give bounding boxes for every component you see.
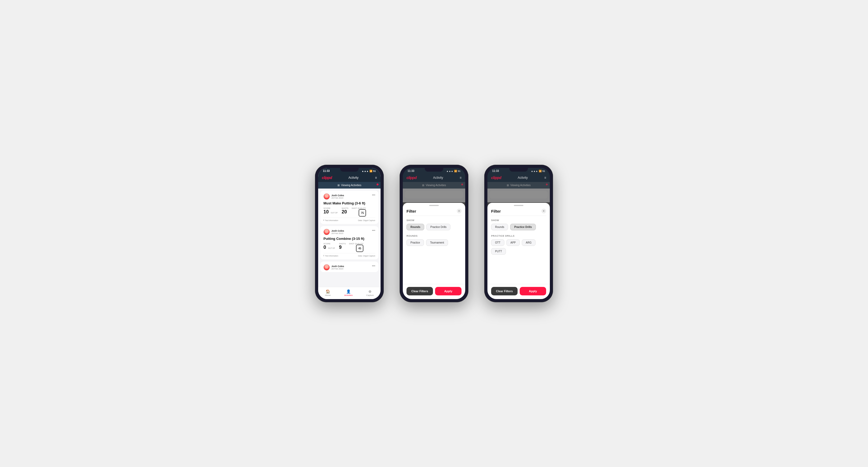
- apply-btn-2[interactable]: Apply: [435, 287, 462, 295]
- menu-icon-3[interactable]: ≡: [544, 176, 546, 180]
- avatar-img-2: [324, 229, 330, 235]
- shots-value-1: 20: [342, 209, 347, 214]
- show-practice-btn-2[interactable]: Practice Drills: [426, 224, 451, 230]
- nav-activities[interactable]: 👤 Activities: [344, 289, 353, 297]
- arg-btn-3[interactable]: ARG: [522, 239, 535, 246]
- card-1-header: Josh Coles 28 Feb 2023 •••: [323, 193, 375, 200]
- score-label-2: Score: [323, 243, 336, 245]
- viewing-banner-2: ⊞ Viewing Activities: [403, 182, 465, 189]
- user-info-1: Josh Coles 28 Feb 2023: [323, 193, 344, 200]
- filter-close-2[interactable]: ✕: [457, 209, 462, 213]
- scene: 11:33 ▲▲▲ 📶 51 clippd Activity ≡ ⊞ Viewi…: [299, 149, 569, 318]
- sheet-header-2: Filter ✕: [403, 206, 465, 216]
- time-1: 11:33: [323, 169, 330, 173]
- wifi-icon: 📶: [369, 170, 372, 173]
- filter-body-2: Show Rounds Practice Drills Rounds Pract…: [403, 216, 465, 284]
- filter-icon-2: ⊞: [422, 184, 424, 187]
- phone-1: 11:33 ▲▲▲ 📶 51 clippd Activity ≡ ⊞ Viewi…: [315, 165, 384, 302]
- nav-capture-label: Capture: [366, 294, 374, 297]
- filter-title-2: Filter: [406, 209, 416, 213]
- notification-dot-2: [461, 184, 463, 185]
- stats-row-2: Score 0 OUT OF Shots 9 Shot Quality 45: [323, 243, 375, 252]
- status-icons-1: ▲▲▲ 📶 51: [362, 170, 376, 173]
- show-rounds-btn-2[interactable]: Rounds: [406, 224, 424, 230]
- show-rounds-btn-3[interactable]: Rounds: [491, 224, 508, 230]
- practice-round-btn-2[interactable]: Practice: [406, 239, 424, 246]
- more-menu-1[interactable]: •••: [372, 193, 375, 197]
- show-label-2: Show: [406, 219, 462, 222]
- app-header-3: clippd Activity ≡: [488, 174, 550, 182]
- status-icons-3: ▲▲▲ 📶 51: [531, 170, 545, 173]
- avatar-3: [323, 264, 330, 271]
- behind-filter-3: [488, 189, 550, 202]
- signal-icon-2: ▲▲▲: [446, 170, 453, 173]
- user-details-2: Josh Coles 28 Feb 2023: [331, 229, 344, 235]
- show-practice-btn-3[interactable]: Practice Drills: [510, 224, 536, 230]
- activities-icon: 👤: [346, 289, 351, 293]
- user-info-2: Josh Coles 28 Feb 2023: [323, 229, 344, 235]
- avatar-img-1: [324, 193, 330, 199]
- capture-icon: ⊕: [368, 289, 372, 293]
- card-footer-1: ℹ Test Information Data: Clippd Capture: [323, 218, 375, 221]
- filter-close-3[interactable]: ✕: [541, 209, 546, 213]
- more-menu-3[interactable]: •••: [372, 264, 375, 268]
- notification-dot-3: [546, 184, 548, 185]
- more-menu-2[interactable]: •••: [372, 229, 375, 232]
- activity-card-3[interactable]: Josh Coles 28 Feb 2023 •••: [320, 261, 378, 272]
- show-label-3: Show: [491, 219, 546, 222]
- menu-icon-2[interactable]: ≡: [460, 176, 462, 180]
- behind-filter-2: [403, 189, 465, 202]
- app-title-2: Activity: [433, 176, 443, 180]
- score-block-1: Score 10 OUT OF: [323, 207, 339, 215]
- score-value-1: 10: [323, 209, 329, 214]
- score-value-2: 0: [323, 245, 326, 250]
- app-btn-3[interactable]: APP: [506, 239, 520, 246]
- clear-filters-btn-3[interactable]: Clear Filters: [491, 287, 518, 295]
- shot-quality-block-2: Shot Quality 45: [349, 243, 363, 252]
- signal-icon-3: ▲▲▲: [531, 170, 538, 173]
- avatar-1: [323, 193, 330, 200]
- activity-card-1[interactable]: Josh Coles 28 Feb 2023 ••• Must Make Put…: [320, 191, 378, 224]
- nav-capture[interactable]: ⊕ Capture: [366, 289, 374, 297]
- status-icons-2: ▲▲▲ 📶 51: [446, 170, 460, 173]
- putt-btn-3[interactable]: PUTT: [491, 248, 506, 255]
- phone-3-screen: 11:33 ▲▲▲ 📶 51 clippd Activity ≡ ⊞ Viewi…: [488, 168, 550, 299]
- wifi-icon-3: 📶: [539, 170, 541, 173]
- user-name-1: Josh Coles: [331, 194, 344, 197]
- phone-2-screen: 11:33 ▲▲▲ 📶 51 clippd Activity ≡ ⊞ Viewi…: [403, 168, 465, 299]
- out-of-1: OUT OF: [331, 212, 338, 214]
- card-3-header: Josh Coles 28 Feb 2023 •••: [323, 264, 375, 271]
- user-info-3: Josh Coles 28 Feb 2023: [323, 264, 344, 271]
- filter-body-3: Show Rounds Practice Drills Practice Dri…: [488, 216, 550, 284]
- practice-drills-label-3: Practice Drills: [491, 235, 546, 237]
- user-details-3: Josh Coles 28 Feb 2023: [331, 265, 344, 270]
- menu-icon-1[interactable]: ≡: [375, 176, 377, 180]
- viewing-banner-1[interactable]: ⊞ Viewing Activities: [318, 182, 380, 189]
- apply-btn-3[interactable]: Apply: [520, 287, 546, 295]
- viewing-banner-3: ⊞ Viewing Activities: [488, 182, 550, 189]
- nav-home-label: Home: [325, 294, 331, 297]
- nav-home[interactable]: 🏠 Home: [325, 289, 331, 297]
- battery-icon-3: 51: [542, 170, 545, 173]
- ott-btn-3[interactable]: OTT: [491, 239, 504, 246]
- score-block-2: Score 0 OUT OF: [323, 243, 336, 250]
- stats-row-1: Score 10 OUT OF Shots 20 Shot Quality 75: [323, 207, 375, 217]
- activity-card-2[interactable]: Josh Coles 28 Feb 2023 ••• Putting Combi…: [320, 226, 378, 259]
- app-logo-3: clippd: [491, 176, 501, 180]
- app-title-1: Activity: [348, 176, 359, 180]
- behind-card-3: [490, 191, 548, 198]
- viewing-text-1: Viewing Activities: [341, 184, 362, 187]
- tournament-btn-2[interactable]: Tournament: [426, 239, 448, 246]
- info-text-1: Test Information: [325, 219, 338, 221]
- time-3: 11:33: [492, 169, 499, 173]
- avatar-2: [323, 229, 330, 235]
- rounds-label-2: Rounds: [406, 235, 462, 237]
- notch-3: [509, 168, 528, 172]
- data-source-1: Data: Clippd Capture: [358, 219, 375, 221]
- clear-filters-btn-2[interactable]: Clear Filters: [406, 287, 433, 295]
- shots-block-1: Shots 20: [342, 207, 348, 215]
- shots-value-2: 9: [339, 245, 342, 250]
- info-text-2: Test Information: [325, 255, 338, 257]
- data-source-2: Data: Clippd Capture: [358, 255, 375, 257]
- user-date-3: 28 Feb 2023: [331, 268, 344, 270]
